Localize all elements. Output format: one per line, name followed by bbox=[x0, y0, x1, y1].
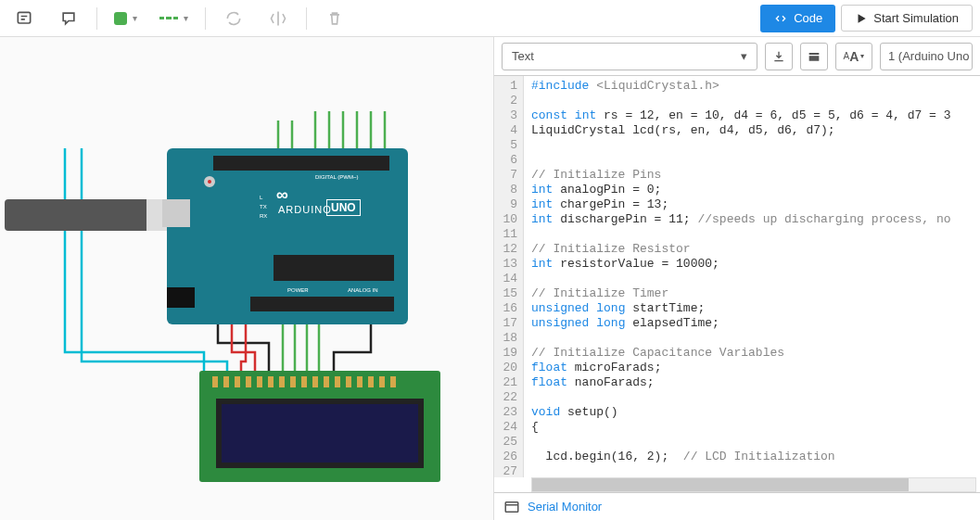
scrollbar-thumb[interactable] bbox=[532, 478, 909, 491]
chevron-down-icon: ▾ bbox=[184, 13, 188, 23]
horizontal-scrollbar[interactable] bbox=[531, 477, 976, 492]
digital-label: DIGITAL (PWM~) bbox=[315, 174, 359, 180]
code-content[interactable]: #include <LiquidCrystal.h> const int rs … bbox=[524, 76, 980, 477]
board-select-value: 1 (Arduino Uno bbox=[888, 49, 969, 63]
code-panel: Text ▾ AA▾ 1 (Arduino Uno 12345678910111… bbox=[493, 37, 980, 520]
note-tool-button[interactable] bbox=[7, 5, 41, 32]
svg-rect-1 bbox=[505, 501, 518, 512]
sim-button-label: Start Simulation bbox=[873, 11, 959, 25]
lcd-screen bbox=[216, 399, 424, 468]
board-select[interactable]: 1 (Arduino Uno bbox=[880, 43, 973, 70]
arduino-logo: ∞ bbox=[276, 185, 288, 205]
uno-text: UNO bbox=[326, 199, 361, 216]
font-size-button[interactable]: AA▾ bbox=[835, 43, 872, 70]
code-toolbar: Text ▾ AA▾ 1 (Arduino Uno bbox=[494, 37, 980, 76]
line-gutter: 1234567891011121314151617181920212223242… bbox=[494, 76, 524, 477]
library-button[interactable] bbox=[800, 43, 828, 70]
usb-port bbox=[162, 199, 190, 227]
tx-label: TX bbox=[260, 204, 267, 209]
lcd-pin-header bbox=[212, 376, 398, 387]
code-mode-select[interactable]: Text ▾ bbox=[502, 43, 757, 70]
code-mode-value: Text bbox=[512, 49, 534, 63]
comment-tool-button[interactable] bbox=[52, 5, 85, 32]
code-button[interactable]: Code bbox=[760, 5, 835, 32]
separator bbox=[96, 7, 97, 30]
arduino-uno-board[interactable]: ∞ ARDUINO UNO DIGITAL (PWM~) POWER ANALO… bbox=[167, 148, 408, 324]
rotate-button[interactable] bbox=[217, 5, 250, 32]
start-simulation-button[interactable]: Start Simulation bbox=[841, 5, 973, 32]
serial-monitor-button[interactable]: Serial Monitor bbox=[494, 492, 980, 520]
mirror-button[interactable] bbox=[261, 5, 295, 32]
arduino-text: ARDUINO bbox=[278, 204, 332, 215]
separator bbox=[306, 7, 307, 30]
chevron-down-icon: ▾ bbox=[741, 49, 747, 63]
microcontroller-chip bbox=[274, 255, 394, 281]
chevron-down-icon: ▾ bbox=[133, 13, 137, 23]
serial-label: Serial Monitor bbox=[528, 500, 602, 514]
svg-rect-0 bbox=[18, 12, 30, 23]
power-label: POWER bbox=[287, 287, 309, 293]
delete-button[interactable] bbox=[318, 5, 351, 32]
power-jack bbox=[167, 287, 195, 308]
top-toolbar: ▾ ▾ Code Start Simulation bbox=[0, 0, 980, 37]
wire-color-picker[interactable]: ▾ bbox=[108, 8, 143, 29]
download-button[interactable] bbox=[765, 43, 793, 70]
separator bbox=[205, 7, 206, 30]
circuit-canvas[interactable]: ∞ ARDUINO UNO DIGITAL (PWM~) POWER ANALO… bbox=[0, 37, 493, 520]
code-editor[interactable]: 1234567891011121314151617181920212223242… bbox=[494, 76, 980, 477]
color-swatch-green bbox=[114, 12, 127, 25]
wire-style-picker[interactable]: ▾ bbox=[154, 9, 194, 27]
analog-label: ANALOG IN bbox=[348, 287, 378, 293]
rx-label: RX bbox=[260, 213, 267, 219]
reset-button bbox=[204, 176, 215, 187]
usb-cable bbox=[5, 199, 162, 231]
code-button-label: Code bbox=[794, 11, 822, 25]
l-label: L bbox=[260, 195, 262, 200]
lcd-module[interactable] bbox=[199, 371, 440, 482]
